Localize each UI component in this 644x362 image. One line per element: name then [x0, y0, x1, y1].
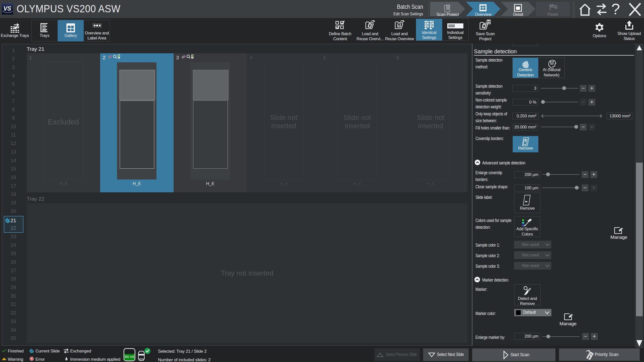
svg-text:VS: VS — [4, 5, 11, 12]
